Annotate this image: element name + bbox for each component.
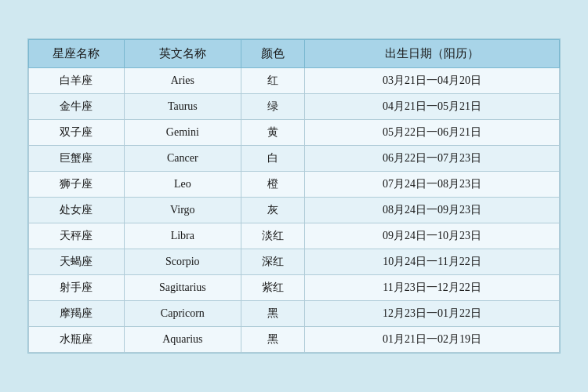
cell-date: 08月24日一09月23日: [305, 198, 560, 223]
cell-chinese: 巨蟹座: [29, 146, 125, 172]
cell-color: 橙: [241, 172, 304, 198]
header-chinese: 星座名称: [29, 40, 125, 68]
cell-english: Virgo: [124, 198, 241, 223]
cell-english: Libra: [124, 223, 241, 249]
table-row: 白羊座Aries红03月21日一04月20日: [29, 68, 560, 94]
table-row: 水瓶座Aquarius黑01月21日一02月19日: [29, 327, 560, 353]
cell-date: 12月23日一01月22日: [305, 301, 560, 327]
table-row: 天蝎座Scorpio深红10月24日一11月22日: [29, 249, 560, 275]
cell-chinese: 狮子座: [29, 172, 125, 198]
cell-color: 淡红: [241, 223, 304, 249]
cell-chinese: 白羊座: [29, 68, 125, 94]
cell-chinese: 双子座: [29, 120, 125, 146]
table-row: 天秤座Libra淡红09月24日一10月23日: [29, 223, 560, 249]
cell-date: 11月23日一12月22日: [305, 275, 560, 301]
cell-english: Leo: [124, 172, 241, 198]
cell-date: 04月21日一05月21日: [305, 94, 560, 120]
cell-color: 白: [241, 146, 304, 172]
cell-chinese: 天秤座: [29, 223, 125, 249]
header-english: 英文名称: [124, 40, 241, 68]
cell-date: 05月22日一06月21日: [305, 120, 560, 146]
cell-english: Sagittarius: [124, 275, 241, 301]
cell-date: 01月21日一02月19日: [305, 327, 560, 353]
cell-english: Scorpio: [124, 249, 241, 275]
cell-chinese: 水瓶座: [29, 327, 125, 353]
header-date: 出生日期（阳历）: [305, 40, 560, 68]
cell-date: 03月21日一04月20日: [305, 68, 560, 94]
table-body: 白羊座Aries红03月21日一04月20日金牛座Taurus绿04月21日一0…: [29, 68, 560, 353]
zodiac-table: 星座名称 英文名称 颜色 出生日期（阳历） 白羊座Aries红03月21日一04…: [28, 39, 560, 353]
table-row: 巨蟹座Cancer白06月22日一07月23日: [29, 146, 560, 172]
zodiac-table-container: 星座名称 英文名称 颜色 出生日期（阳历） 白羊座Aries红03月21日一04…: [27, 38, 561, 354]
cell-date: 06月22日一07月23日: [305, 146, 560, 172]
cell-english: Cancer: [124, 146, 241, 172]
cell-color: 黑: [241, 301, 304, 327]
cell-color: 深红: [241, 249, 304, 275]
table-row: 狮子座Leo橙07月24日一08月23日: [29, 172, 560, 198]
cell-date: 10月24日一11月22日: [305, 249, 560, 275]
cell-english: Gemini: [124, 120, 241, 146]
cell-english: Aries: [124, 68, 241, 94]
header-color: 颜色: [241, 40, 304, 68]
cell-color: 绿: [241, 94, 304, 120]
cell-color: 紫红: [241, 275, 304, 301]
table-header-row: 星座名称 英文名称 颜色 出生日期（阳历）: [29, 40, 560, 68]
cell-english: Capricorn: [124, 301, 241, 327]
cell-english: Aquarius: [124, 327, 241, 353]
cell-chinese: 天蝎座: [29, 249, 125, 275]
table-row: 金牛座Taurus绿04月21日一05月21日: [29, 94, 560, 120]
cell-color: 黄: [241, 120, 304, 146]
cell-chinese: 摩羯座: [29, 301, 125, 327]
table-row: 处女座Virgo灰08月24日一09月23日: [29, 198, 560, 223]
cell-english: Taurus: [124, 94, 241, 120]
cell-date: 09月24日一10月23日: [305, 223, 560, 249]
cell-color: 红: [241, 68, 304, 94]
cell-color: 灰: [241, 198, 304, 223]
cell-date: 07月24日一08月23日: [305, 172, 560, 198]
table-row: 射手座Sagittarius紫红11月23日一12月22日: [29, 275, 560, 301]
cell-chinese: 处女座: [29, 198, 125, 223]
table-row: 双子座Gemini黄05月22日一06月21日: [29, 120, 560, 146]
cell-chinese: 射手座: [29, 275, 125, 301]
cell-chinese: 金牛座: [29, 94, 125, 120]
table-row: 摩羯座Capricorn黑12月23日一01月22日: [29, 301, 560, 327]
cell-color: 黑: [241, 327, 304, 353]
